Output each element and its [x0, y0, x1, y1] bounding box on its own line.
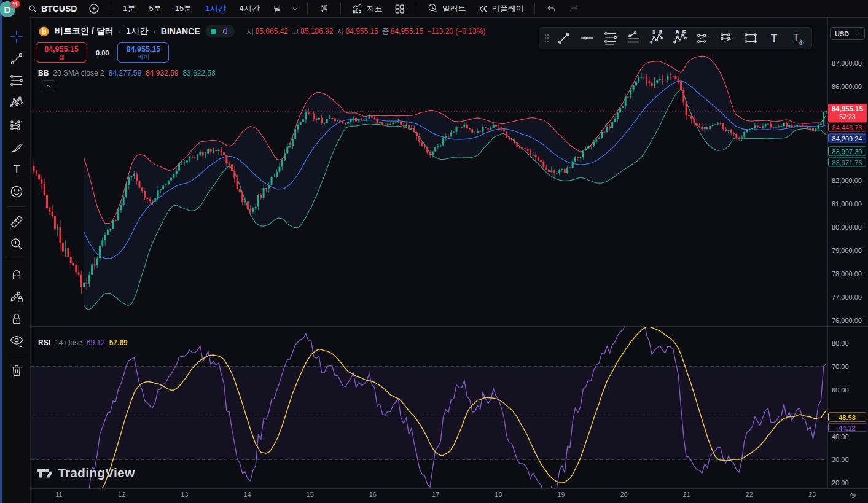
- interval-4h[interactable]: 4시간: [236, 3, 264, 14]
- projection-tool[interactable]: [8, 117, 25, 133]
- time-tick: 23: [808, 491, 816, 498]
- sell-button[interactable]: 84,955.15 셀: [36, 42, 87, 63]
- time-axis-settings-button[interactable]: [848, 490, 858, 501]
- hide-all-tool[interactable]: [8, 332, 25, 349]
- user-menu[interactable]: D 11: [2, 1, 19, 17]
- chart-style-button[interactable]: [316, 3, 332, 15]
- fav-anchored-text[interactable]: T⚓: [788, 29, 807, 47]
- compare-add-button[interactable]: [85, 2, 103, 15]
- fav-rectangle[interactable]: [741, 29, 760, 47]
- price-axis[interactable]: USD 84,955.15 52:23 87,000.0086,000.0082…: [827, 0, 868, 503]
- rsi-legend[interactable]: RSI 14 close 69.12 57.69: [38, 338, 128, 347]
- fib-retracement-icon: [9, 72, 25, 88]
- fav-parallel-channel[interactable]: [694, 29, 714, 47]
- interval-1m[interactable]: 1분: [119, 3, 139, 14]
- fav-xabcd-pattern[interactable]: AC: [671, 29, 690, 47]
- fib-retracement-icon: [603, 30, 619, 46]
- time-axis[interactable]: 11121314151617181920212223: [31, 488, 868, 503]
- interval-1h[interactable]: 1시간: [201, 3, 229, 14]
- plus-circle-icon: [88, 2, 100, 15]
- bb-name: BB: [38, 69, 49, 77]
- trend-line-icon: [9, 51, 25, 67]
- main-chart[interactable]: [31, 17, 827, 326]
- axis-tick: 40.00: [832, 433, 849, 440]
- drag-handle-icon[interactable]: [543, 31, 550, 45]
- interval-5m[interactable]: 5분: [146, 3, 165, 14]
- bb-legend[interactable]: BB 20 SMA close 2 84,277.59 84,932.59 83…: [38, 69, 216, 77]
- ruler-icon: [9, 214, 25, 230]
- last-price-label: 84,955.15 52:23: [828, 104, 867, 122]
- chevron-down-icon[interactable]: [291, 5, 299, 13]
- time-tick: 18: [495, 491, 502, 498]
- top-toolbar: D 11 BTCUSD 1분 5분 15분 1시간 4시간 날 지표: [2, 0, 868, 17]
- redo-button[interactable]: [566, 3, 582, 15]
- fav-fib-retracement[interactable]: [601, 29, 620, 47]
- fav-elliott-wave[interactable]: 15: [647, 29, 667, 47]
- fav-horizontal-line[interactable]: [577, 29, 597, 47]
- emoji-tool[interactable]: [8, 183, 25, 200]
- spread-value: 0.00: [96, 49, 109, 57]
- symbol-search-button[interactable]: BTCUSD: [25, 4, 79, 14]
- svg-text:T: T: [771, 32, 778, 44]
- chart-interval[interactable]: 1시간: [126, 26, 148, 37]
- layout-grid-icon: [394, 3, 405, 15]
- magnet-tool[interactable]: [8, 265, 25, 282]
- change-value: −113.20 (−0.13%): [427, 27, 485, 36]
- trend-line-icon: [556, 30, 572, 46]
- fav-trend-line[interactable]: [554, 29, 574, 47]
- axis-tick: 87,000.00: [832, 60, 862, 67]
- bar-countdown: 52:23: [828, 113, 867, 121]
- time-tick: 15: [307, 491, 314, 498]
- sell-label: 셀: [58, 53, 65, 61]
- buy-button[interactable]: 84,955.15 바이: [117, 42, 169, 63]
- svg-text:C: C: [682, 30, 686, 34]
- fav-fib-extension[interactable]: [624, 29, 644, 47]
- currency-toggle[interactable]: USD: [830, 27, 865, 40]
- zoom-in-tool[interactable]: [8, 235, 25, 252]
- time-tick: 22: [746, 491, 753, 498]
- fib-retracement-tool[interactable]: [8, 72, 25, 88]
- tradingview-watermark[interactable]: TradingView: [37, 465, 135, 481]
- symbol-title[interactable]: 비트코인 / 달러: [55, 26, 114, 37]
- fav-text[interactable]: T: [764, 29, 784, 47]
- magnet-icon: [9, 266, 25, 282]
- rsi-chart[interactable]: [31, 326, 827, 488]
- fav-disjoint-channel[interactable]: [717, 29, 737, 47]
- brush-tool[interactable]: [8, 139, 25, 155]
- time-tick: 21: [683, 491, 690, 498]
- time-tick: 12: [118, 491, 125, 498]
- indicator-price-label: 83,971.76: [828, 158, 866, 167]
- ruler-tool[interactable]: [8, 213, 25, 230]
- undo-button[interactable]: [543, 3, 560, 15]
- remove-all-tool[interactable]: [8, 362, 25, 378]
- disjoint-channel-icon: [719, 30, 735, 46]
- text-tool[interactable]: T: [8, 161, 25, 177]
- bb-basis-value: 84,277.59: [109, 69, 141, 77]
- pane-divider[interactable]: [31, 326, 868, 327]
- rectangle-icon: [743, 30, 759, 46]
- drawing-mode-tool[interactable]: [8, 288, 25, 305]
- indicators-button[interactable]: 지표: [349, 2, 385, 15]
- interval-1d[interactable]: 날: [270, 3, 285, 14]
- pattern-tool[interactable]: [8, 94, 25, 111]
- close-label: 종: [382, 26, 389, 37]
- chevron-down-icon: [854, 31, 860, 37]
- crosshair-tool[interactable]: [8, 28, 25, 45]
- trash-icon: [9, 362, 25, 378]
- candles-icon: [318, 3, 330, 15]
- layout-button[interactable]: [391, 3, 408, 15]
- market-status-pill[interactable]: [205, 25, 235, 37]
- currency-label: USD: [835, 30, 849, 37]
- trend-line-tool[interactable]: [8, 50, 25, 67]
- alert-button[interactable]: 얼러트: [424, 2, 469, 15]
- axis-tick: 20.00: [832, 479, 849, 486]
- last-price-value: 84,955.15: [828, 104, 867, 113]
- tradingview-logo-icon: [37, 465, 53, 481]
- horizontal-line-icon: [579, 30, 595, 46]
- interval-15m[interactable]: 15분: [171, 3, 195, 14]
- alert-label: 얼러트: [442, 3, 466, 14]
- collapse-legend-button[interactable]: [41, 80, 55, 92]
- title-separator: ·: [119, 26, 122, 36]
- lock-all-tool[interactable]: [8, 310, 25, 327]
- replay-button[interactable]: 리플레이: [475, 3, 526, 15]
